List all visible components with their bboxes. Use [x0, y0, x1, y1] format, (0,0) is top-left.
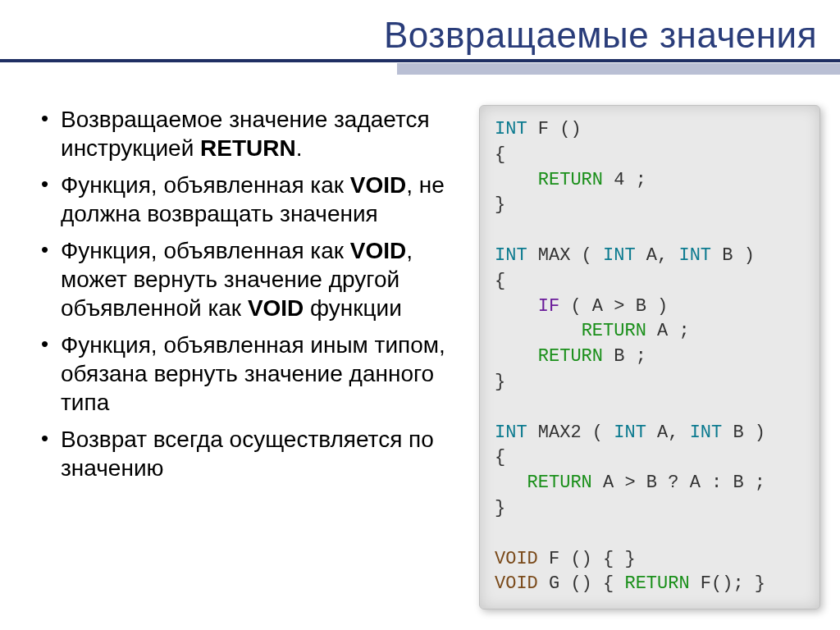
kw: INT	[690, 422, 723, 443]
code	[495, 296, 538, 317]
kw: RETURN	[582, 321, 646, 341]
kw: INT	[495, 245, 527, 266]
slide-header: Возвращаемые значения	[0, 0, 840, 74]
code	[495, 170, 538, 190]
text: Функция, объявленная как	[61, 238, 350, 263]
kw: IF	[538, 296, 559, 317]
code: A ;	[646, 321, 690, 341]
code: B ;	[603, 346, 646, 367]
kw: RETURN	[538, 170, 603, 190]
code: }	[495, 194, 505, 215]
code: 4 ;	[603, 170, 646, 190]
text: Функция, объявленная иным типом, обязана…	[61, 332, 445, 415]
code: F () { }	[538, 549, 636, 569]
list-item: Возврат всегда осуществляется по значени…	[39, 425, 456, 482]
code: {	[495, 447, 505, 468]
code: F(); }	[690, 573, 765, 594]
kw: INT	[495, 119, 527, 139]
code: A,	[636, 245, 679, 266]
code	[495, 472, 527, 493]
code: MAX2 (	[527, 422, 614, 443]
text-bold: RETURN	[200, 135, 296, 161]
code: B )	[722, 422, 765, 443]
code: G () {	[538, 573, 625, 594]
code: {	[495, 271, 505, 291]
code	[495, 346, 538, 367]
text-bold: VOID	[350, 172, 406, 198]
code: F ()	[527, 119, 582, 139]
kw: RETURN	[538, 346, 603, 367]
slide-title: Возвращаемые значения	[384, 15, 817, 56]
list-item: Функция, объявленная как VOID, не должна…	[39, 171, 456, 228]
divider-light	[397, 63, 840, 75]
list-item: Функция, объявленная иным типом, обязана…	[39, 331, 456, 417]
code: ( A > B )	[559, 296, 668, 317]
code: }	[495, 372, 505, 392]
kw: RETURN	[624, 573, 689, 594]
slide-content: Возвращаемое значение задается инструкци…	[0, 74, 840, 609]
text-bold: VOID	[248, 295, 304, 321]
text-bold: VOID	[350, 238, 406, 263]
kw: INT	[678, 245, 711, 266]
code: {	[495, 144, 505, 165]
kw: INT	[603, 245, 636, 266]
list-item: Возвращаемое значение задается инструкци…	[39, 105, 456, 162]
code: B )	[711, 245, 755, 266]
kw: VOID	[495, 573, 538, 594]
code: A,	[646, 422, 690, 443]
text: .	[296, 135, 303, 161]
divider-dark	[0, 59, 840, 62]
bullet-list: Возвращаемое значение задается инструкци…	[39, 105, 456, 609]
code	[495, 321, 582, 341]
list-item: Функция, объявленная как VOID, может вер…	[39, 236, 456, 322]
kw: INT	[495, 422, 527, 443]
text: Возврат всегда осуществляется по значени…	[61, 427, 434, 481]
kw: INT	[614, 422, 646, 443]
code: }	[495, 498, 505, 518]
code: MAX (	[527, 245, 603, 266]
kw: RETURN	[527, 472, 592, 493]
code-block: INT F () { RETURN 4 ; } INT MAX ( INT A,…	[479, 105, 820, 609]
kw: VOID	[495, 549, 538, 569]
text: функции	[304, 295, 402, 321]
text: Функция, объявленная как	[61, 172, 350, 198]
code: A > B ? A : B ;	[592, 472, 765, 493]
